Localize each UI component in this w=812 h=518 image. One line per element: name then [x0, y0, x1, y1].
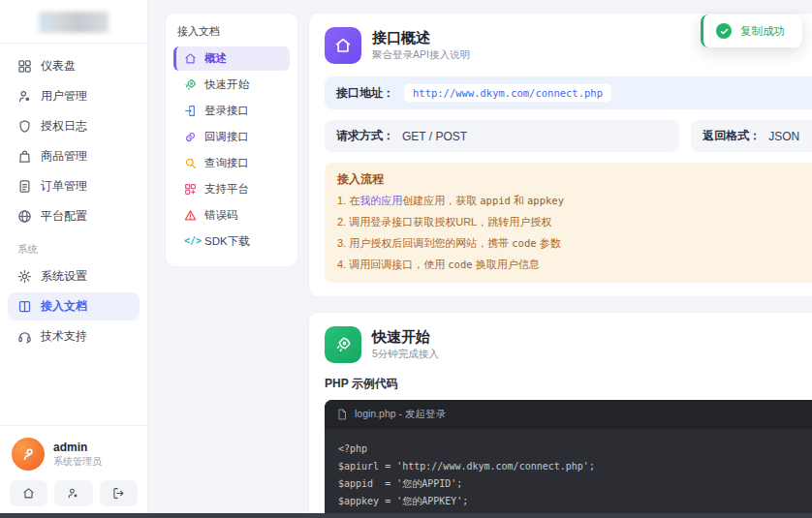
doc-nav-label: 登录接口: [204, 104, 249, 118]
code-token: code: [448, 259, 472, 270]
user-gear-icon: [67, 487, 79, 500]
doc-nav-item-sdk-download[interactable]: </> SDK下载: [173, 229, 290, 254]
sidebar-footer: admin 系统管理员: [0, 425, 147, 518]
sidebar-item-label: 订单管理: [41, 178, 87, 195]
doc-nav-item-query-api[interactable]: 查询接口: [173, 151, 290, 175]
person-icon: [20, 446, 37, 463]
sidebar-item-auth-log[interactable]: 授权日志: [8, 112, 140, 140]
api-url-row: 接口地址： http://www.dkym.com/connect.php: [325, 76, 812, 109]
login-icon: [184, 105, 197, 117]
headset-icon: [17, 329, 32, 344]
gear-icon: [17, 269, 32, 284]
doc-nav-label: 查询接口: [204, 156, 249, 170]
integration-flow-box: 接入流程 1. 在我的应用创建应用，获取 appid 和 appkey 2. 调…: [325, 163, 812, 283]
code-token: appkey: [527, 195, 564, 206]
shield-icon: [17, 119, 32, 134]
toast-message: 复制成功: [740, 24, 785, 39]
sidebar-item-label: 授权日志: [41, 118, 87, 135]
code-block: login.php - 发起登录 <?php $apiurl = 'http:/…: [325, 400, 812, 518]
flow-step-1: 1. 在我的应用创建应用，获取 appid 和 appkey: [337, 194, 812, 209]
doc-nav-item-quickstart[interactable]: 快速开始: [173, 73, 290, 97]
step-text: 调用登录接口获取授权URL，跳转用户授权: [349, 216, 551, 228]
overview-title: 接口概述: [372, 29, 470, 46]
sidebar-item-orders[interactable]: 订单管理: [8, 172, 140, 200]
sidebar-item-label: 仪表盘: [41, 58, 76, 75]
window-bottom-edge: [0, 513, 812, 518]
step-text: 调用回调接口，使用: [349, 259, 448, 270]
api-url-label: 接口地址：: [336, 85, 394, 102]
logout-button[interactable]: [100, 480, 138, 506]
divider: [0, 43, 147, 44]
sidebar-item-system-settings[interactable]: 系统设置: [8, 262, 140, 290]
code-content[interactable]: <?php $apiurl = 'http://www.dkym.com/con…: [325, 429, 812, 518]
doc-nav-item-login-api[interactable]: 登录接口: [173, 99, 290, 123]
doc-nav-label: SDK下载: [204, 234, 250, 249]
api-url-value[interactable]: http://www.dkym.com/connect.php: [404, 84, 611, 102]
sidebar-item-label: 技术支持: [41, 328, 87, 345]
doc-nav-label: 概述: [204, 51, 227, 66]
sidebar: 仪表盘 用户管理 授权日志 商品管理 订单管理 平台配置 系统 系统设置 接入文…: [0, 0, 148, 518]
sidebar-item-label: 接入文档: [41, 298, 87, 315]
quickstart-subtitle: 5分钟完成接入: [372, 348, 439, 361]
step-number: 4.: [337, 259, 349, 270]
request-info-row: 请求方式： GET / POST 返回格式： JSON: [325, 120, 812, 152]
search-icon: [184, 157, 197, 169]
logout-icon: [112, 487, 125, 500]
overview-card-badge: [325, 27, 361, 64]
quickstart-card-badge: [325, 326, 361, 363]
user-profile[interactable]: admin 系统管理员: [10, 436, 138, 480]
doc-nav-item-error-codes[interactable]: 错误码: [173, 203, 290, 228]
step-text: 和: [511, 195, 527, 206]
step-text: 在: [349, 195, 359, 206]
sidebar-item-products[interactable]: 商品管理: [8, 142, 140, 170]
doc-nav-label: 支持平台: [204, 182, 249, 197]
request-method-value: GET / POST: [402, 130, 467, 143]
sidebar-item-integration-docs[interactable]: 接入文档: [8, 292, 140, 320]
quickstart-card-header: 快速开始 5分钟完成接入: [325, 326, 812, 363]
warning-icon: [184, 209, 197, 222]
home-icon: [184, 52, 197, 65]
code-block-header: login.php - 发起登录: [325, 400, 812, 429]
user-name: admin: [53, 441, 102, 455]
code-icon: </>: [184, 235, 197, 248]
doc-nav-title: 接入文档: [177, 24, 286, 39]
file-icon: [336, 409, 348, 420]
flow-step-2: 2. 调用登录接口获取授权URL，跳转用户授权: [337, 215, 812, 230]
sidebar-item-users[interactable]: 用户管理: [8, 82, 140, 110]
rocket-icon: [334, 336, 352, 353]
return-format-label: 返回格式：: [703, 128, 761, 144]
grid-icon: [184, 183, 197, 196]
step-number: 1.: [337, 195, 349, 206]
step-text: 用户授权后回调到您的网站，携带: [349, 237, 512, 249]
doc-nav-item-overview[interactable]: 概述: [173, 46, 290, 71]
book-icon: [17, 299, 32, 314]
users-icon: [17, 89, 32, 104]
sidebar-item-support[interactable]: 技术支持: [8, 322, 140, 350]
link-icon: [184, 131, 197, 143]
user-role: 系统管理员: [53, 455, 102, 469]
quick-actions: [10, 480, 138, 506]
doc-nav-label: 回调接口: [204, 130, 249, 144]
shopping-bag-icon: [17, 149, 32, 164]
home-button[interactable]: [10, 480, 47, 506]
sidebar-item-dashboard[interactable]: 仪表盘: [8, 52, 140, 80]
toast-copy-success: 复制成功: [701, 15, 802, 47]
return-format-box: 返回格式： JSON: [691, 120, 812, 152]
dashboard-icon: [17, 59, 32, 74]
sidebar-item-platform-config[interactable]: 平台配置: [8, 202, 140, 230]
step-number: 3.: [337, 237, 349, 249]
doc-nav-item-platforms[interactable]: 支持平台: [173, 177, 290, 201]
code-sample-label: PHP 示例代码: [325, 376, 812, 392]
request-method-label: 请求方式：: [336, 128, 394, 144]
account-settings-button[interactable]: [54, 480, 92, 506]
app-logo: [0, 0, 147, 43]
rocket-icon: [184, 78, 197, 91]
overview-subtitle: 聚合登录API接入说明: [372, 48, 470, 62]
home-icon: [22, 487, 35, 500]
my-apps-link[interactable]: 我的应用: [359, 195, 402, 206]
sidebar-item-label: 系统设置: [41, 268, 87, 285]
doc-nav-item-callback-api[interactable]: 回调接口: [173, 125, 290, 149]
code-file-name: login.php - 发起登录: [355, 408, 446, 421]
code-token: code: [512, 237, 536, 249]
step-text: 换取用户信息: [473, 259, 540, 270]
